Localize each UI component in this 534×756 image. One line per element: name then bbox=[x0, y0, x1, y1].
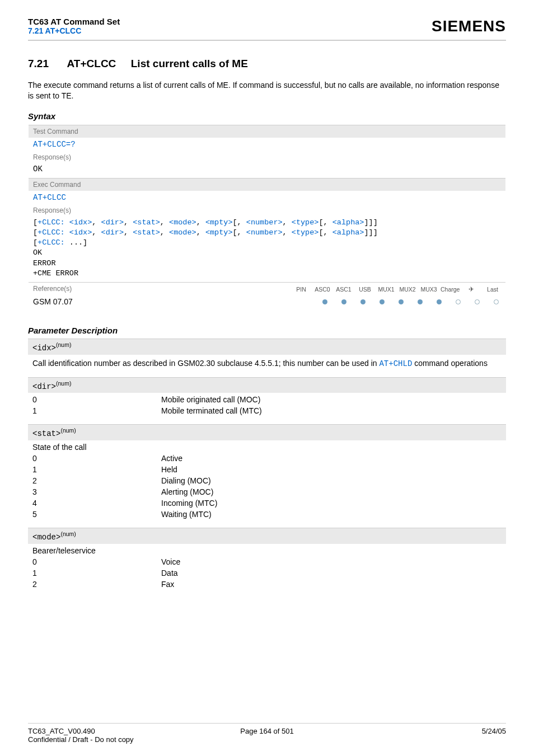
param-dir-table: 0Mobile originated call (MOC) 1Mobile te… bbox=[28, 393, 506, 422]
table-row: 1Held bbox=[32, 464, 502, 475]
param-dir-name: <dir>(num) bbox=[28, 378, 506, 393]
references-label: Reference(s) bbox=[29, 283, 292, 295]
test-command-label: Test Command bbox=[29, 125, 505, 138]
exec-command: AT+CLCC bbox=[29, 191, 505, 204]
exec-responses-label: Response(s) bbox=[29, 204, 505, 217]
section-title: List current calls of ME bbox=[131, 58, 248, 69]
footer-page: Page 164 of 501 bbox=[28, 727, 506, 735]
section-heading: 7.21 AT+CLCC List current calls of ME bbox=[28, 58, 506, 70]
dot-pin bbox=[322, 299, 327, 304]
doc-title: TC63 AT Command Set bbox=[28, 17, 120, 26]
footer-confidential: Confidential / Draft - Do not copy bbox=[28, 735, 134, 744]
exec-resp-more: [+CLCC: ...] bbox=[33, 238, 501, 248]
chip-mux3: MUX3 bbox=[419, 286, 438, 293]
chip-usb: USB bbox=[355, 286, 374, 293]
param-mode-name: <mode>(num) bbox=[28, 528, 506, 544]
reference-header-row: Reference(s) PIN ASC0 ASC1 USB MUX1 MUX2… bbox=[29, 282, 505, 295]
param-stat-caption: State of the call bbox=[32, 442, 502, 453]
airplane-icon: ✈ bbox=[462, 285, 481, 293]
param-idx-name: <idx>(num) bbox=[28, 339, 506, 355]
chip-pin: PIN bbox=[292, 286, 311, 293]
exec-resp-ok: OK bbox=[33, 248, 501, 258]
param-stat-name: <stat>(num) bbox=[28, 425, 506, 440]
table-row: 0Mobile originated call (MOC) bbox=[32, 394, 502, 405]
dot-mux1 bbox=[399, 299, 404, 304]
page-header: TC63 AT Command Set 7.21 AT+CLCC SIEMENS bbox=[28, 17, 506, 35]
exec-response-lines: [+CLCC: <idx>, <dir>, <stat>, <mode>, <m… bbox=[29, 217, 505, 282]
dot-asc0 bbox=[341, 299, 346, 304]
table-row: 1Mobile terminated call (MTC) bbox=[32, 405, 502, 416]
dot-usb bbox=[380, 299, 385, 304]
table-row: 3Alerting (MOC) bbox=[32, 486, 502, 497]
chip-mux2: MUX2 bbox=[398, 286, 417, 293]
doc-subtitle: 7.21 AT+CLCC bbox=[28, 26, 120, 35]
table-row: 1Data bbox=[32, 567, 502, 579]
table-row: 5Waiting (MTC) bbox=[32, 509, 502, 520]
chip-charge: Charge bbox=[441, 286, 460, 293]
exec-resp-line-1: [+CLCC: <idx>, <dir>, <stat>, <mode>, <m… bbox=[33, 218, 501, 228]
chip-dots bbox=[315, 297, 505, 306]
table-row: 0Active bbox=[32, 453, 502, 464]
exec-resp-cme: +CME ERROR bbox=[33, 269, 501, 279]
brand-logo: SIEMENS bbox=[432, 17, 506, 35]
section-number: 7.21 bbox=[28, 58, 49, 69]
dot-charge bbox=[456, 299, 461, 304]
param-dir: <dir>(num) 0Mobile originated call (MOC)… bbox=[28, 377, 506, 422]
responses-label: Response(s) bbox=[29, 151, 505, 163]
page-footer: TC63_ATC_V00.490 Confidential / Draft - … bbox=[28, 723, 506, 744]
chip-header: PIN ASC0 ASC1 USB MUX1 MUX2 MUX3 Charge … bbox=[292, 283, 505, 294]
reference-body-row: GSM 07.07 bbox=[29, 295, 505, 311]
dot-mux3 bbox=[437, 299, 442, 304]
reference-value: GSM 07.07 bbox=[29, 297, 315, 306]
test-response-ok: OK bbox=[29, 163, 505, 178]
exec-command-label: Exec Command bbox=[29, 179, 505, 191]
dot-last bbox=[494, 299, 499, 304]
chip-asc0: ASC0 bbox=[313, 286, 332, 293]
syntax-heading: Syntax bbox=[28, 111, 506, 121]
param-mode: <mode>(num) Bearer/teleservice 0Voice 1D… bbox=[28, 528, 506, 595]
syntax-box: Test Command AT+CLCC=? Response(s) OK Ex… bbox=[28, 124, 506, 311]
header-divider bbox=[28, 40, 506, 41]
param-mode-caption: Bearer/teleservice bbox=[32, 545, 502, 556]
chip-mux1: MUX1 bbox=[377, 286, 396, 293]
table-row: 0Voice bbox=[32, 556, 502, 567]
link-at-chld[interactable]: AT+CHLD bbox=[379, 359, 412, 368]
param-idx: <idx>(num) Call identification number as… bbox=[28, 339, 506, 375]
table-row: 2Dialing (MOC) bbox=[32, 475, 502, 486]
param-mode-table: Bearer/teleservice 0Voice 1Data 2Fax bbox=[28, 544, 506, 595]
chip-last: Last bbox=[483, 286, 502, 293]
test-command: AT+CLCC=? bbox=[29, 138, 505, 151]
param-stat: <stat>(num) State of the call 0Active 1H… bbox=[28, 424, 506, 525]
param-idx-desc: Call identification number as described … bbox=[28, 355, 506, 375]
dot-asc1 bbox=[360, 299, 366, 304]
header-left: TC63 AT Command Set 7.21 AT+CLCC bbox=[28, 17, 120, 35]
dot-mux2 bbox=[418, 299, 423, 304]
table-row: 4Incoming (MTC) bbox=[32, 497, 502, 509]
page: TC63 AT Command Set 7.21 AT+CLCC SIEMENS… bbox=[0, 0, 534, 756]
chip-asc1: ASC1 bbox=[334, 286, 353, 293]
param-stat-table: State of the call 0Active 1Held 2Dialing… bbox=[28, 440, 506, 525]
table-row: 2Fax bbox=[32, 579, 502, 590]
dot-airplane bbox=[475, 299, 480, 304]
exec-resp-error: ERROR bbox=[33, 259, 501, 269]
section-intro: The execute command returns a list of cu… bbox=[28, 80, 506, 101]
section-command: AT+CLCC bbox=[67, 58, 116, 69]
param-desc-heading: Parameter Description bbox=[28, 326, 506, 335]
exec-resp-line-2: [+CLCC: <idx>, <dir>, <stat>, <mode>, <m… bbox=[33, 228, 501, 238]
